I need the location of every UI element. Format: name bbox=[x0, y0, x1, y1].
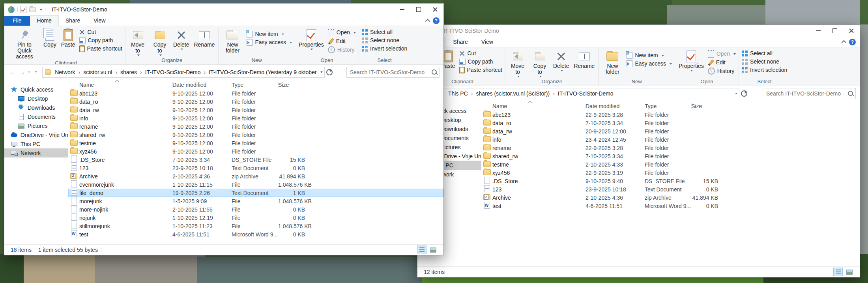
file-row[interactable]: test 4-6-2025 11:51 Microsoft Word 9... … bbox=[481, 202, 860, 210]
file-row[interactable]: stillmorejunk 1-10-2025 11:23 File 1.048… bbox=[68, 222, 443, 230]
column-header-type[interactable]: Type bbox=[232, 80, 278, 89]
refresh-icon[interactable] bbox=[741, 90, 747, 97]
close-button[interactable] bbox=[843, 25, 860, 37]
copy-button[interactable]: Copy bbox=[41, 27, 59, 48]
history-button[interactable]: History bbox=[706, 67, 737, 75]
copy-path-button[interactable]: Copy path bbox=[458, 58, 504, 66]
file-row[interactable]: 123 23-9-2025 10:18 Text Document 0 KB bbox=[481, 185, 860, 193]
select-none-button[interactable]: Select none bbox=[360, 36, 409, 45]
details-view-button[interactable] bbox=[417, 246, 427, 254]
forward-button[interactable]: → bbox=[18, 67, 27, 77]
file-row[interactable]: abc123 9-10-2025 12:00 File folder bbox=[68, 89, 443, 97]
file-row[interactable]: shared_rw 9-10-2025 12:00 File folder bbox=[68, 131, 443, 139]
file-row[interactable]: data_ro 9-10-2025 12:00 File folder bbox=[68, 97, 443, 106]
search-icon[interactable] bbox=[848, 91, 853, 96]
file-row[interactable]: abc123 22-9-2025 3:28 File folder bbox=[481, 111, 860, 119]
history-button[interactable]: History bbox=[326, 45, 357, 54]
rename-button[interactable]: Rename bbox=[191, 27, 217, 48]
file-row[interactable]: .DS_Store 9-10-2025 9:40 DS_STORE File 1… bbox=[481, 177, 860, 185]
file-row[interactable]: info 23-4-2024 12:45 File folder bbox=[481, 135, 860, 144]
search-input[interactable] bbox=[349, 69, 430, 76]
file-row[interactable]: shared_rw 7-10-2025 3:34 File folder bbox=[481, 152, 860, 160]
sidebar-item[interactable]: Desktop bbox=[4, 94, 68, 103]
maximize-button[interactable] bbox=[410, 4, 427, 15]
edit-button[interactable]: Edit bbox=[326, 37, 357, 45]
details-view-button[interactable] bbox=[833, 268, 843, 276]
file-row[interactable]: data_rw 20-9-2025 12:00 File folder bbox=[481, 127, 860, 135]
thumbnails-view-button[interactable] bbox=[845, 268, 854, 276]
file-row[interactable]: Archive 2-10-2025 4:36 zip Archive 41.89… bbox=[481, 193, 860, 202]
breadcrumb-segment[interactable]: IT-ITVO-SciStor-Demo bbox=[144, 68, 207, 76]
minimize-button[interactable] bbox=[810, 25, 827, 37]
sidebar-item[interactable]: Pictures bbox=[4, 121, 68, 130]
file-row[interactable]: xyz456 22-9-2025 3:19 File folder bbox=[481, 169, 860, 177]
file-row[interactable]: testme 2-10-2025 4:33 File folder bbox=[481, 160, 860, 169]
recent-locations-chevron-icon[interactable] bbox=[28, 71, 30, 74]
search-icon[interactable] bbox=[432, 69, 437, 75]
select-all-button[interactable]: Select all bbox=[360, 28, 409, 36]
new-folder-button[interactable]: New folder bbox=[600, 48, 625, 75]
column-header-size[interactable]: Size bbox=[691, 101, 723, 111]
thumbnails-view-button[interactable] bbox=[428, 246, 438, 254]
open-button[interactable]: Open bbox=[706, 49, 737, 58]
paste-shortcut-button[interactable]: Paste shortcut bbox=[78, 45, 124, 53]
address-dropdown-chevron-icon[interactable] bbox=[735, 93, 737, 96]
column-header-name[interactable]: Name bbox=[481, 101, 586, 111]
titlebar[interactable]: IT-ITVO-SciStor-Demo bbox=[417, 25, 860, 37]
edit-button[interactable]: Edit bbox=[706, 58, 737, 67]
sidebar-item[interactable]: Documents bbox=[4, 112, 68, 121]
file-row[interactable]: more-nojink 2-10-2025 11:55 File 0 KB bbox=[68, 205, 443, 214]
move-to-button[interactable]: Move to bbox=[507, 48, 529, 78]
select-none-button[interactable]: Select none bbox=[740, 58, 789, 66]
copy-to-button[interactable]: Copy to bbox=[529, 48, 551, 78]
column-header-date[interactable]: Date modified bbox=[172, 80, 232, 89]
new-item-button[interactable]: New item bbox=[245, 30, 294, 38]
file-row[interactable]: evenmorejunk 1-10-2025 11:15 File 1.048.… bbox=[68, 180, 443, 189]
qat-customize-chevron-icon[interactable] bbox=[40, 9, 42, 12]
column-header-date[interactable]: Date modified bbox=[586, 101, 645, 111]
column-header-size[interactable]: Size bbox=[278, 80, 310, 89]
sidebar-item[interactable]: Quick access bbox=[4, 85, 68, 94]
minimize-button[interactable] bbox=[394, 4, 410, 15]
sidebar-item[interactable]: Network bbox=[4, 148, 68, 157]
file-row[interactable]: testme 9-10-2025 12:00 File folder bbox=[68, 139, 443, 147]
paste-button[interactable]: Paste bbox=[59, 27, 78, 48]
file-row[interactable]: test 4-6-2025 11:51 Microsoft Word 9... … bbox=[68, 230, 443, 238]
copy-path-button[interactable]: Copy path bbox=[78, 36, 124, 45]
help-icon[interactable]: ? bbox=[433, 17, 440, 24]
titlebar[interactable]: IT-ITVO-SciStor-Demo bbox=[4, 4, 443, 15]
file-row[interactable]: nojunk 1-10-2025 12:19 File 0 KB bbox=[68, 214, 443, 222]
address-box[interactable]: Networkscistor.vu.nlsharesIT-ITVO-SciSto… bbox=[42, 67, 325, 78]
properties-button[interactable]: Properties bbox=[676, 48, 706, 72]
invert-selection-button[interactable]: Invert selection bbox=[740, 66, 789, 74]
maximize-button[interactable] bbox=[827, 25, 843, 37]
sidebar-item[interactable]: This PC bbox=[4, 139, 68, 148]
file-row[interactable]: rename 9-10-2025 12:00 File folder bbox=[68, 122, 443, 131]
column-header-type[interactable]: Type bbox=[645, 101, 691, 111]
open-button[interactable]: Open bbox=[326, 28, 357, 37]
file-row[interactable]: Archive 2-10-2025 4:36 zip Archive 41.89… bbox=[68, 172, 443, 180]
easy-access-button[interactable]: Easy access bbox=[245, 38, 294, 47]
delete-button[interactable]: Delete bbox=[551, 48, 571, 72]
breadcrumb-segment[interactable]: shares bbox=[119, 68, 144, 76]
collapse-ribbon-icon[interactable] bbox=[425, 19, 430, 24]
column-header-name[interactable]: Name bbox=[68, 80, 172, 89]
address-dropdown-chevron-icon[interactable] bbox=[320, 71, 323, 74]
new-folder-button[interactable]: New folder bbox=[220, 27, 245, 54]
address-box[interactable]: This PCshares (scistor.vu.nl (SciStor))I… bbox=[435, 88, 739, 99]
file-row[interactable]: file_demo 19-9-2025 2:26 Text Document 1… bbox=[68, 189, 443, 197]
file-row[interactable]: rename 22-9-2025 3:28 File folder bbox=[481, 144, 860, 152]
select-all-button[interactable]: Select all bbox=[740, 49, 789, 58]
file-row[interactable]: .DS_Store 7-10-2025 3:34 DS_STORE File 1… bbox=[68, 156, 443, 164]
tab-home[interactable]: Home bbox=[30, 15, 59, 26]
rename-button[interactable]: Rename bbox=[571, 48, 597, 69]
search-input[interactable] bbox=[765, 90, 846, 97]
cut-button[interactable]: Cut bbox=[78, 28, 124, 36]
breadcrumb-segment[interactable]: shares (scistor.vu.nl (SciStor)) bbox=[474, 90, 556, 97]
help-icon[interactable]: ? bbox=[849, 39, 856, 45]
file-row[interactable]: 123 23-9-2025 10:18 Text Document 0 KB bbox=[68, 164, 443, 172]
file-row[interactable]: xyz456 9-10-2025 12:00 File folder bbox=[68, 147, 443, 156]
back-button[interactable]: ← bbox=[7, 67, 17, 77]
new-item-button[interactable]: New item bbox=[625, 51, 673, 60]
tab-view[interactable]: View bbox=[475, 37, 500, 47]
